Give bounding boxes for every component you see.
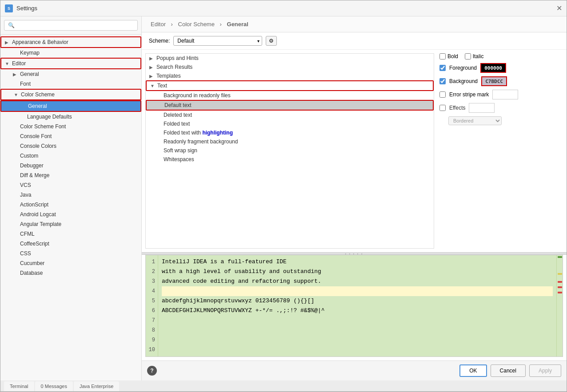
tab-terminal[interactable]: Terminal xyxy=(4,381,34,391)
error-stripe-label: Error stripe mark xyxy=(449,91,489,98)
tree-item-search-results[interactable]: ▶ Search Results xyxy=(146,63,434,71)
tree-item-readonly-fragment[interactable]: Readonly fragment background xyxy=(146,137,434,146)
main-content: ▶ Appearance & Behavior Keymap ▼ Editor … xyxy=(0,16,567,380)
sidebar-item-java[interactable]: Java xyxy=(0,190,141,200)
sidebar-item-language-defaults[interactable]: Language Defaults xyxy=(0,112,141,122)
effects-checkbox[interactable] xyxy=(439,105,446,111)
error-stripe-row: Error stripe mark xyxy=(439,90,561,99)
sidebar-item-css[interactable]: CSS xyxy=(0,249,141,258)
sidebar-item-label: General xyxy=(20,71,39,77)
error-stripe-color-picker[interactable] xyxy=(492,90,518,99)
sidebar-item-general-selected[interactable]: General xyxy=(0,100,141,112)
tab-label: 0 Messages xyxy=(41,384,67,389)
tree-item-text[interactable]: ▼ Text xyxy=(146,80,434,91)
tree-item-whitespaces[interactable]: Whitespaces xyxy=(146,155,434,164)
bottom-right: OK Cancel Apply xyxy=(459,364,561,377)
background-row: Background C7BDCC xyxy=(439,76,561,86)
close-button[interactable]: ✕ xyxy=(556,5,562,12)
sidebar-item-font[interactable]: Font xyxy=(0,79,141,89)
line-number: 4 xyxy=(148,286,155,296)
tab-messages[interactable]: 0 Messages xyxy=(35,381,73,391)
line-number: 3 xyxy=(148,277,155,286)
sidebar-item-keymap[interactable]: Keymap xyxy=(0,48,141,58)
sidebar-item-label: Editor xyxy=(12,60,26,67)
sidebar-item-label: Database xyxy=(20,270,43,276)
sidebar-item-label: Console Font xyxy=(20,133,52,139)
foreground-color-picker[interactable]: 000000 xyxy=(480,63,506,73)
sidebar-item-general[interactable]: ▶ General xyxy=(0,69,141,79)
tree-item-default-text[interactable]: Default text xyxy=(146,100,434,111)
sidebar-item-console-colors[interactable]: Console Colors xyxy=(0,141,141,151)
background-color-picker[interactable]: C7BDCC xyxy=(481,76,507,86)
scheme-select[interactable]: Default Darcula High contrast IntelliJ L… xyxy=(173,36,262,46)
tree-item-label: Templates xyxy=(156,73,181,79)
italic-checkbox[interactable] xyxy=(465,53,471,59)
line-number: 5 xyxy=(148,296,155,306)
background-checkbox[interactable] xyxy=(439,78,446,84)
sidebar-item-label: Language Defaults xyxy=(27,114,72,120)
tree-item-label: Readonly fragment background xyxy=(164,139,238,145)
tab-java-enterprise[interactable]: Java Enterprise xyxy=(74,381,119,391)
bold-checkbox[interactable] xyxy=(439,53,446,59)
expand-icon: ▶ xyxy=(149,65,155,70)
sidebar-item-cfml[interactable]: CFML xyxy=(0,229,141,239)
ok-button[interactable]: OK xyxy=(459,364,487,377)
apply-button[interactable]: Apply xyxy=(529,364,561,377)
help-button[interactable]: ? xyxy=(147,366,157,376)
line-numbers: 1 2 3 4 5 6 7 8 9 10 xyxy=(146,255,158,356)
sidebar-item-cucumber[interactable]: Cucumber xyxy=(0,258,141,268)
scheme-select-wrapper: Default Darcula High contrast IntelliJ L… xyxy=(173,36,262,46)
effects-type-select[interactable]: Bordered xyxy=(448,116,502,125)
sidebar-item-debugger[interactable]: Debugger xyxy=(0,161,141,170)
tree-item-folded-text[interactable]: Folded text xyxy=(146,119,434,128)
sidebar-item-color-scheme-font[interactable]: Color Scheme Font xyxy=(0,122,141,131)
line-number: 2 xyxy=(148,267,155,277)
line-number: 10 xyxy=(148,345,155,355)
breadcrumb-part3: General xyxy=(227,21,248,28)
sidebar-item-editor[interactable]: ▼ Editor xyxy=(0,58,141,69)
code-line-5: abcdefghijklmnopqrstuvwxyz 0123456789 ()… xyxy=(162,296,553,306)
sidebar-item-database[interactable]: Database xyxy=(0,268,141,278)
tree-item-templates[interactable]: ▶ Templates xyxy=(146,71,434,80)
sidebar-item-label: Diff & Merge xyxy=(20,172,49,178)
search-input[interactable] xyxy=(4,20,138,31)
tree-item-soft-wrap[interactable]: Soft wrap sign xyxy=(146,146,434,155)
code-line-8 xyxy=(162,325,553,335)
tree-item-popups-hints[interactable]: ▶ Popups and Hints xyxy=(146,54,434,63)
sidebar-item-custom[interactable]: Custom xyxy=(0,151,141,161)
effects-label: Effects xyxy=(449,105,465,111)
code-line-6: ABCDEFGHIJKLMNOPQRSTUVWXYZ +-*/= .,;:!? … xyxy=(162,306,553,316)
preview-content: 1 2 3 4 5 6 7 8 9 10 IntelliJ IDEA is a … xyxy=(146,255,563,356)
effects-color-picker[interactable] xyxy=(469,103,495,113)
tree-item-label: Whitespaces xyxy=(164,156,194,162)
sidebar-item-actionscript[interactable]: ActionScript xyxy=(0,200,141,210)
expand-icon: ▶ xyxy=(149,74,155,79)
cancel-button[interactable]: Cancel xyxy=(491,364,526,377)
scheme-gear-button[interactable]: ⚙ xyxy=(266,36,277,46)
tree-item-deleted-text[interactable]: Deleted text xyxy=(146,111,434,119)
title-bar: S Settings ✕ xyxy=(0,0,567,16)
code-line-9 xyxy=(162,335,553,345)
sidebar-item-appearance-behavior[interactable]: ▶ Appearance & Behavior xyxy=(0,36,141,48)
sidebar-item-label: Color Scheme Font xyxy=(20,123,66,130)
sidebar-item-vcs[interactable]: VCS xyxy=(0,180,141,190)
sidebar-item-color-scheme[interactable]: ▼ Color Scheme xyxy=(0,89,141,100)
sidebar-item-label: General xyxy=(28,103,47,109)
code-line-10 xyxy=(162,345,553,355)
sidebar-item-console-font[interactable]: Console Font xyxy=(0,131,141,141)
sidebar-item-diff-merge[interactable]: Diff & Merge xyxy=(0,170,141,180)
tree-item-folded-highlighting[interactable]: Folded text with highlighting xyxy=(146,128,434,137)
sidebar-item-coffeescript[interactable]: CoffeeScript xyxy=(0,239,141,249)
tree-item-label: Soft wrap sign xyxy=(164,147,197,154)
sidebar-item-android-logcat[interactable]: Android Logcat xyxy=(0,210,141,219)
app-icon: S xyxy=(5,4,13,12)
tree-item-bg-readonly[interactable]: Background in readonly files xyxy=(146,91,434,100)
split-panel: ▶ Popups and Hints ▶ Search Results ▶ Te… xyxy=(142,50,567,252)
sidebar-item-angular-template[interactable]: Angular Template xyxy=(0,219,141,229)
error-stripe-checkbox[interactable] xyxy=(439,91,446,98)
breadcrumb: Editor › Color Scheme › General xyxy=(149,21,559,28)
breadcrumb-part1: Editor xyxy=(151,21,166,28)
foreground-checkbox[interactable] xyxy=(439,65,446,71)
sidebar-item-label: Color Scheme xyxy=(21,91,55,98)
effects-type-row: Bordered xyxy=(448,116,561,125)
